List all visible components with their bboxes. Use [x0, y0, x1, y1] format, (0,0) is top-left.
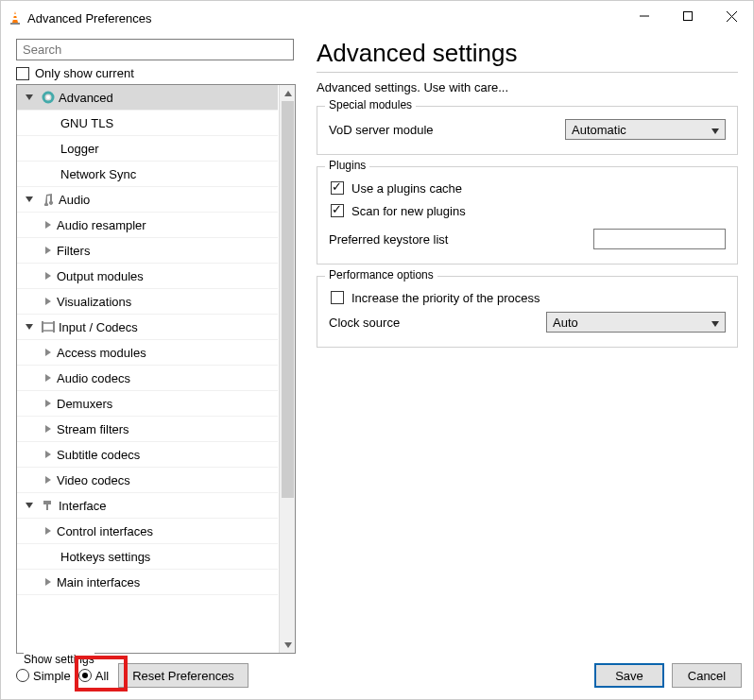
tree-item-audio-resampler[interactable]: Audio resampler: [17, 213, 278, 238]
checkbox-icon: [331, 181, 344, 195]
page-heading: Advanced settings: [317, 39, 738, 68]
page-description: Advanced settings. Use with care...: [317, 80, 738, 94]
checkbox-icon: [16, 67, 29, 80]
group-title: Special modules: [325, 98, 416, 111]
chevron-right-icon[interactable]: [40, 424, 57, 434]
cancel-button[interactable]: Cancel: [672, 663, 742, 688]
chevron-right-icon[interactable]: [40, 373, 57, 383]
checkbox-label: Increase the priority of the process: [351, 291, 540, 305]
svg-marker-26: [26, 503, 33, 508]
vlc-icon: [9, 10, 22, 26]
chevron-right-icon[interactable]: [40, 450, 57, 459]
group-plugins: Plugins Use a plugins cache Scan for new…: [317, 166, 738, 265]
close-button[interactable]: [710, 1, 753, 31]
clock-source-select[interactable]: Auto: [546, 312, 726, 333]
vod-server-select[interactable]: Automatic: [565, 119, 726, 140]
chevron-right-icon[interactable]: [40, 577, 57, 587]
svg-point-10: [46, 95, 50, 99]
svg-marker-29: [45, 527, 51, 535]
svg-marker-15: [45, 298, 51, 305]
increase-priority-checkbox[interactable]: Increase the priority of the process: [331, 286, 726, 309]
only-show-current-checkbox[interactable]: Only show current: [16, 66, 300, 80]
svg-marker-33: [711, 128, 719, 134]
svg-marker-31: [284, 91, 292, 96]
radio-simple[interactable]: Simple: [16, 669, 71, 683]
chevron-right-icon[interactable]: [40, 475, 57, 485]
svg-rect-18: [42, 321, 43, 333]
scroll-down-button[interactable]: [280, 637, 296, 653]
checkbox-icon: [331, 204, 344, 217]
minimize-button[interactable]: [623, 1, 666, 31]
chevron-down-icon[interactable]: [21, 501, 38, 510]
svg-marker-0: [12, 11, 18, 23]
scan-new-plugins-checkbox[interactable]: Scan for new plugins: [331, 199, 726, 222]
tree-item-hotkeys-settings[interactable]: Hotkeys settings: [17, 544, 278, 570]
chevron-right-icon[interactable]: [40, 220, 57, 230]
content: Only show current Advanced GNU TLS Logge…: [1, 35, 753, 654]
svg-marker-16: [26, 324, 33, 330]
chevron-right-icon[interactable]: [40, 526, 57, 536]
tree-item-stream-filters[interactable]: Stream filters: [17, 417, 278, 442]
scrollbar-thumb[interactable]: [282, 101, 294, 498]
svg-marker-25: [45, 476, 51, 484]
tree-item-video-codecs[interactable]: Video codecs: [17, 468, 278, 493]
tree-item-input-codecs[interactable]: Input / Codecs: [17, 315, 278, 340]
svg-rect-3: [10, 23, 20, 25]
use-plugins-cache-checkbox[interactable]: Use a plugins cache: [331, 177, 726, 199]
chevron-down-icon[interactable]: [21, 195, 38, 204]
vod-server-label: VoD server module: [329, 123, 565, 137]
svg-rect-19: [53, 321, 55, 333]
keystore-input[interactable]: [593, 229, 726, 249]
chevron-down-icon[interactable]: [21, 93, 38, 102]
chevron-right-icon[interactable]: [40, 297, 57, 306]
chevron-right-icon[interactable]: [40, 348, 57, 357]
window-title: Advanced Preferences: [27, 11, 152, 26]
radio-all[interactable]: All: [78, 669, 109, 683]
show-settings-radios: Simple All: [16, 669, 109, 683]
tree-item-output-modules[interactable]: Output modules: [17, 264, 278, 289]
window-buttons: [623, 1, 753, 35]
preferences-tree[interactable]: Advanced GNU TLS Logger Network Sync Aud…: [17, 85, 278, 653]
tree-item-main-interfaces[interactable]: Main interfaces: [17, 570, 278, 595]
tree-item-audio[interactable]: Audio: [17, 187, 278, 213]
group-title: Plugins: [325, 159, 369, 172]
svg-marker-20: [45, 349, 51, 356]
chevron-right-icon[interactable]: [40, 271, 57, 281]
radio-label: Simple: [33, 669, 71, 683]
tree-item-filters[interactable]: Filters: [17, 238, 278, 264]
scroll-up-button[interactable]: [280, 85, 296, 101]
save-button[interactable]: Save: [594, 663, 664, 688]
tree-item-control-interfaces[interactable]: Control interfaces: [17, 519, 278, 544]
tree-item-network-sync[interactable]: Network Sync: [17, 162, 278, 187]
radio-icon: [16, 669, 29, 682]
tree-item-audio-codecs[interactable]: Audio codecs: [17, 366, 278, 391]
tree-item-interface[interactable]: Interface: [17, 493, 278, 519]
select-value: Automatic: [572, 123, 626, 137]
reset-preferences-button[interactable]: Reset Preferences: [118, 663, 248, 688]
chevron-down-icon[interactable]: [21, 322, 38, 332]
radio-label: All: [95, 669, 109, 683]
tree-label: Advanced: [59, 91, 113, 105]
svg-marker-22: [45, 400, 51, 407]
tree-item-subtitle-codecs[interactable]: Subtitle codecs: [17, 442, 278, 468]
search-input[interactable]: [16, 39, 294, 60]
radio-icon: [78, 669, 92, 682]
maximize-button[interactable]: [666, 1, 710, 31]
tree-item-gnu-tls[interactable]: GNU TLS: [17, 111, 278, 136]
svg-rect-1: [13, 14, 17, 16]
tree-item-advanced[interactable]: Advanced: [17, 85, 278, 111]
tree-item-visualizations[interactable]: Visualizations: [17, 289, 278, 315]
tree-scrollbar[interactable]: [279, 85, 295, 653]
group-special-modules: Special modules VoD server module Automa…: [317, 106, 738, 155]
chevron-down-icon: [711, 316, 719, 330]
group-title: Performance options: [325, 268, 437, 282]
divider: [317, 72, 738, 73]
chevron-right-icon[interactable]: [40, 399, 57, 408]
tree-item-demuxers[interactable]: Demuxers: [17, 391, 278, 417]
svg-marker-13: [45, 247, 51, 254]
tree-item-access-modules[interactable]: Access modules: [17, 340, 278, 366]
svg-rect-17: [43, 323, 54, 331]
tree-box: Advanced GNU TLS Logger Network Sync Aud…: [16, 84, 296, 654]
tree-item-logger[interactable]: Logger: [17, 136, 278, 162]
chevron-right-icon[interactable]: [40, 246, 57, 255]
